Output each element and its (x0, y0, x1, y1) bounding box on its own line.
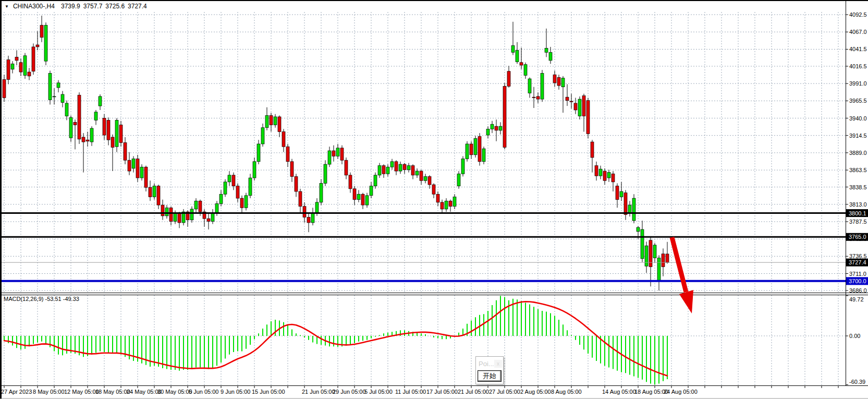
candle-bullish (370, 186, 373, 196)
candle-bullish (374, 175, 377, 186)
date-axis-label: 29 Jun 05:00 (333, 389, 366, 395)
candle-bullish (365, 196, 369, 205)
script-popup: Poi... x 开始 (475, 356, 504, 384)
candle-bullish (657, 258, 661, 281)
date-axis-label: 24 Aug 05:00 (664, 389, 698, 395)
price-axis-label: 3991.0 (849, 80, 867, 87)
candle-bearish (470, 144, 473, 155)
candle-bearish (420, 171, 423, 180)
price-axis-label: 4041.5 (849, 46, 867, 52)
popup-titlebar[interactable]: Poi... x (476, 357, 503, 370)
price-axis-label: 4067.0 (849, 29, 867, 35)
candle-bearish (128, 160, 131, 171)
candle-bullish (578, 99, 581, 116)
candle-bullish (653, 245, 656, 258)
candle-bullish (620, 191, 623, 197)
candle-bullish (357, 194, 360, 199)
candle-bullish (324, 164, 327, 183)
candle-bearish (616, 186, 619, 200)
candle-bearish (436, 194, 439, 202)
candle-bearish (403, 164, 406, 170)
candle-bullish (69, 117, 72, 138)
candle-bearish (3, 79, 6, 98)
chart-title-bar: ▼ CHINA300-,H4 3739.9 3757.7 3725.6 3727… (5, 3, 147, 10)
macd-indicator-label: MACD(12,26,9) -53.51 -49.33 (4, 296, 79, 302)
popup-start-button[interactable]: 开始 (478, 370, 502, 382)
candle-bullish (407, 166, 410, 170)
candle-bullish (545, 48, 548, 52)
candle-bearish (570, 101, 573, 102)
bar-low-value: 3725.6 (105, 3, 125, 10)
candle-bearish (532, 97, 535, 98)
candle-bullish (165, 208, 168, 216)
candle-bullish (491, 124, 494, 129)
candle-bearish (36, 45, 39, 47)
candle-bullish (561, 78, 565, 87)
candle-bearish (144, 167, 148, 187)
date-axis-label: 2 Aug 05:00 (520, 389, 551, 395)
candle-bearish (149, 187, 152, 197)
candle-bullish (453, 197, 456, 206)
candle-bullish (224, 182, 227, 194)
candle-bearish (82, 137, 85, 142)
candle-bearish (111, 137, 114, 148)
candle-bearish (207, 219, 210, 221)
candle-bullish (599, 169, 602, 176)
candle-bullish (457, 174, 460, 186)
candle-bearish (595, 166, 598, 176)
candle-bearish (495, 126, 498, 130)
candle-bullish (140, 167, 143, 178)
popup-close-icon[interactable]: x (494, 360, 502, 368)
date-axis-label: 15 Jun 05:00 (252, 389, 285, 395)
candle-bearish (345, 160, 348, 175)
candle-bullish (549, 52, 552, 61)
candle-bearish (332, 151, 335, 156)
candle-bearish (353, 189, 356, 200)
candle-bullish (511, 45, 515, 52)
candle-bullish (94, 112, 97, 120)
mt4-chart-window: 4092.54067.04041.54016.53991.03965.53940… (0, 0, 868, 399)
candle-bullish (65, 103, 68, 116)
candle-bullish (265, 115, 268, 127)
candle-bearish (119, 125, 123, 143)
candle-bearish (582, 96, 585, 116)
date-axis-label: 12 May 05:00 (64, 389, 99, 395)
candle-bullish (415, 171, 419, 175)
price-axis-label: 3736.5 (849, 253, 867, 259)
price-badge-value: 3800.1 (849, 210, 866, 216)
date-axis-label: 30 May 05:00 (157, 389, 192, 395)
price-axis-label: 3889.0 (849, 150, 867, 156)
price-axis-label: 3914.5 (849, 132, 867, 139)
candle-bullish (445, 201, 448, 209)
macd-axis-label: 0.00 (849, 333, 860, 339)
price-badge-value: 3727.4 (849, 259, 866, 265)
date-axis-label: 21 Jul 05:00 (458, 389, 489, 395)
symbol-dropdown-icon[interactable]: ▼ (5, 4, 9, 9)
candle-bullish (61, 94, 64, 103)
candle-bearish (157, 186, 160, 205)
candle-bearish (270, 115, 273, 125)
price-axis-label: 3863.5 (849, 167, 867, 173)
date-axis-label: 9 Jun 05:00 (221, 389, 251, 395)
price-axis-label: 3965.5 (849, 98, 867, 104)
candle-bearish (295, 176, 298, 191)
candle-bullish (90, 128, 93, 142)
candle-bullish (253, 162, 256, 178)
candle-bullish (641, 229, 644, 259)
candle-bearish (503, 86, 506, 147)
candle-bullish (645, 246, 648, 266)
chart-canvas[interactable]: 4092.54067.04041.54016.53991.03965.53940… (0, 0, 868, 399)
candle-bullish (628, 205, 631, 213)
candle-bullish (474, 139, 477, 155)
date-axis-label: 5 Jul 05:00 (364, 389, 393, 395)
candle-bearish (299, 191, 302, 207)
candle-bullish (466, 144, 469, 159)
candle-bearish (15, 57, 18, 61)
popup-title: Poi... (479, 360, 494, 368)
candle-bearish (395, 162, 398, 171)
price-axis-label: 3711.0 (849, 271, 866, 277)
date-axis-label: 18 May 05:00 (95, 389, 130, 395)
candle-bullish (44, 25, 47, 61)
price-axis-label: 3787.5 (849, 219, 867, 225)
candle-bullish (11, 64, 14, 69)
